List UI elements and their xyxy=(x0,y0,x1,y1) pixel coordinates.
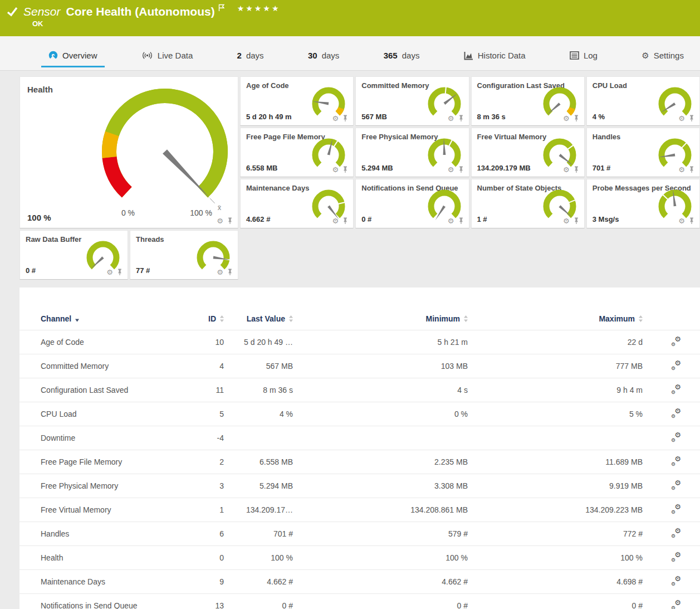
tab-log[interactable]: Log xyxy=(562,51,605,67)
gear-icon[interactable]: ⚙ xyxy=(448,166,454,173)
gear-icon[interactable]: ⚙ xyxy=(678,166,685,173)
channel-settings-icon[interactable]: ⚙⚙ xyxy=(671,433,681,442)
sort-icon xyxy=(635,314,643,323)
pin-icon[interactable] xyxy=(117,269,123,276)
gear-icon[interactable]: ⚙ xyxy=(563,166,570,173)
maximum-cell: 4.698 # xyxy=(468,570,643,594)
tab-overview[interactable]: Overview xyxy=(41,51,105,67)
gear-icon[interactable]: ⚙ xyxy=(217,217,223,225)
gear-icon[interactable]: ⚙ xyxy=(332,115,339,122)
column-header-id[interactable]: ID xyxy=(185,314,224,330)
pin-icon[interactable] xyxy=(227,217,233,225)
column-header-channel[interactable]: Channel xyxy=(19,314,185,330)
channel-settings-cell: ⚙⚙ xyxy=(643,426,700,450)
pin-icon[interactable] xyxy=(342,115,348,122)
gauge-value: 77 # xyxy=(136,266,150,275)
gauge-dashboard: Health x̄ 0 % 100 % 100 % ⚙ Raw Data Buf… xyxy=(19,76,700,280)
table-row-free-virtual-memory: Free Virtual Memory1134.209.17…134.208.8… xyxy=(19,498,700,522)
tab-settings[interactable]: ⚙Settings xyxy=(634,51,691,67)
table-row-configuration-last-saved: Configuration Last Saved118 m 36 s4 s9 h… xyxy=(19,378,700,402)
priority-stars[interactable]: ★★★★★ xyxy=(237,4,281,13)
channel-cell: Notifications in Send Queue xyxy=(19,594,185,609)
tab-365-days[interactable]: 365days xyxy=(376,51,427,67)
tab-30-days[interactable]: 30days xyxy=(301,51,346,67)
id-cell: 0 xyxy=(185,546,224,570)
minimum-cell: 4.662 # xyxy=(293,570,468,594)
gear-icon[interactable]: ⚙ xyxy=(678,115,685,122)
last-value-cell: 4 % xyxy=(224,402,293,426)
channel-settings-icon[interactable]: ⚙⚙ xyxy=(671,385,681,394)
pin-icon[interactable] xyxy=(458,115,464,122)
gauge-panel-maintenance-days: Maintenance Days 4.662 # ⚙ xyxy=(240,179,354,228)
gear-icon[interactable]: ⚙ xyxy=(563,115,570,122)
channel-settings-icon[interactable]: ⚙⚙ xyxy=(671,481,681,490)
channel-settings-icon[interactable]: ⚙⚙ xyxy=(671,505,681,514)
gear-icon[interactable]: ⚙ xyxy=(332,217,339,225)
channel-cell: Free Physical Memory xyxy=(19,474,185,498)
table-row-cpu-load: CPU Load54 %0 %5 %⚙⚙ xyxy=(19,402,700,426)
channel-settings-icon[interactable]: ⚙⚙ xyxy=(671,577,681,586)
gear-icon[interactable]: ⚙ xyxy=(217,269,223,276)
last-value-cell: 6.558 MB xyxy=(224,450,293,474)
gauge-title: Maintenance Days xyxy=(246,184,309,192)
pin-icon[interactable] xyxy=(458,217,464,225)
tab-live-data[interactable]: Live Data xyxy=(134,51,200,67)
pin-icon[interactable] xyxy=(574,115,579,122)
gauge-scale-min: 0 % xyxy=(121,208,135,217)
minimum-cell: 134.208.861 MB xyxy=(293,498,468,522)
column-header-minimum[interactable]: Minimum xyxy=(293,314,468,330)
sensor-header: Sensor Core Health (Autonomous) ★★★★★ OK xyxy=(0,0,700,36)
table-row-health: Health0100 %100 %100 %⚙⚙ xyxy=(19,546,700,570)
id-cell: 5 xyxy=(185,402,224,426)
main-content: Health x̄ 0 % 100 % 100 % ⚙ Raw Data Buf… xyxy=(0,71,700,609)
channel-settings-icon[interactable]: ⚙⚙ xyxy=(671,337,681,346)
gear-icon[interactable]: ⚙ xyxy=(563,217,570,225)
flag-icon[interactable] xyxy=(218,4,225,12)
channel-settings-icon[interactable]: ⚙⚙ xyxy=(671,553,681,562)
table-row-downtime: Downtime-4⚙⚙ xyxy=(19,426,700,450)
pin-icon[interactable] xyxy=(689,115,694,122)
gauge-panel-number-of-state-objects: Number of State Objects 1 # ⚙ xyxy=(471,179,585,228)
tab-label: Overview xyxy=(62,51,97,60)
pin-icon[interactable] xyxy=(342,166,348,173)
pin-icon[interactable] xyxy=(227,269,233,276)
minimum-cell: 100 % xyxy=(293,546,468,570)
tab-label: days xyxy=(402,51,420,60)
channel-settings-icon[interactable]: ⚙⚙ xyxy=(671,409,681,418)
gauge-panel-notifications-in-send-queue: Notifications in Send Queue 0 # ⚙ xyxy=(355,179,469,228)
gear-icon[interactable]: ⚙ xyxy=(448,217,454,225)
tab-label: days xyxy=(246,51,264,60)
column-label: Minimum xyxy=(426,314,460,323)
channel-settings-cell: ⚙⚙ xyxy=(643,474,700,498)
channel-settings-icon[interactable]: ⚙⚙ xyxy=(671,457,681,466)
channel-table: ChannelIDLast ValueMinimumMaximum Age of… xyxy=(19,314,700,609)
maximum-cell: 11.689 MB xyxy=(468,450,643,474)
id-cell: 3 xyxy=(185,474,224,498)
gauge-value: 701 # xyxy=(593,164,611,172)
channel-settings-cell: ⚙⚙ xyxy=(643,498,700,522)
gear-icon[interactable]: ⚙ xyxy=(678,217,685,225)
last-value-cell: 134.209.17… xyxy=(224,498,293,522)
pin-icon[interactable] xyxy=(574,166,579,173)
channel-settings-icon[interactable]: ⚙⚙ xyxy=(671,601,681,609)
gauge-value: 100 % xyxy=(27,213,51,222)
pin-icon[interactable] xyxy=(689,166,694,173)
gear-icon[interactable]: ⚙ xyxy=(106,269,113,276)
gear-icon[interactable]: ⚙ xyxy=(332,166,339,173)
channel-settings-cell: ⚙⚙ xyxy=(643,450,700,474)
pin-icon[interactable] xyxy=(689,217,694,225)
pin-icon[interactable] xyxy=(458,166,464,173)
channel-settings-icon[interactable]: ⚙⚙ xyxy=(671,361,681,370)
column-header-last-value[interactable]: Last Value xyxy=(224,314,293,330)
sort-icon xyxy=(460,314,468,323)
gear-icon[interactable]: ⚙ xyxy=(448,115,454,122)
channel-settings-icon[interactable]: ⚙⚙ xyxy=(671,529,681,538)
tab-historic-data[interactable]: Historic Data xyxy=(457,51,533,67)
tab-number: 365 xyxy=(384,51,398,60)
chart-icon xyxy=(464,51,473,60)
pin-icon[interactable] xyxy=(342,217,348,225)
table-row-committed-memory: Committed Memory4567 MB103 MB777 MB⚙⚙ xyxy=(19,354,700,378)
tab-2-days[interactable]: 2days xyxy=(230,51,271,67)
pin-icon[interactable] xyxy=(574,217,579,225)
column-header-maximum[interactable]: Maximum xyxy=(468,314,643,330)
